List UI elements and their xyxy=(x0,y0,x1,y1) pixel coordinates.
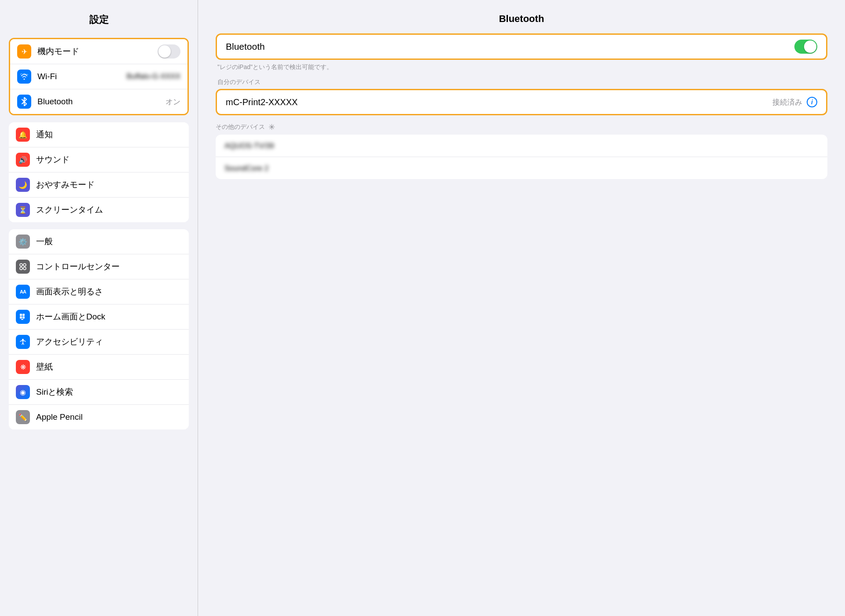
screentime-icon: ⏳ xyxy=(16,203,30,217)
controlcenter-icon xyxy=(16,260,30,274)
paired-device-name: mC-Print2-XXXXX xyxy=(226,97,772,107)
svg-rect-7 xyxy=(22,316,25,319)
sidebar-item-accessibility[interactable]: アクセシビリティ xyxy=(9,330,189,355)
sidebar-item-donotdisturb[interactable]: 🌙 おやすみモード xyxy=(9,172,189,198)
notifications-label: 通知 xyxy=(36,129,182,140)
controlcenter-label: コントロールセンター xyxy=(36,261,182,272)
wifi-value: Buffalo-G-XXXX xyxy=(126,72,180,81)
airplane-label: 機内モード xyxy=(37,46,158,57)
sidebar-item-notifications[interactable]: 🔔 通知 xyxy=(9,122,189,147)
applepencil-icon: ✏️ xyxy=(16,410,30,424)
airplane-toggle-knob xyxy=(158,45,171,58)
bluetooth-toggle[interactable] xyxy=(794,40,817,54)
paired-device-status: 接続済み xyxy=(772,97,802,107)
donotdisturb-icon: 🌙 xyxy=(16,178,30,192)
accessibility-icon xyxy=(16,335,30,349)
siri-label: Siriと検索 xyxy=(36,386,182,398)
sidebar: 設定 ✈ 機内モード Wi-Fi Buffalo-G-XXXX xyxy=(0,0,198,616)
content-title: Bluetooth xyxy=(216,13,827,25)
svg-rect-8 xyxy=(21,319,23,320)
content-area: Bluetooth Bluetooth "レジのiPad"という名前で検出可能で… xyxy=(198,0,845,616)
notifications-icon: 🔔 xyxy=(16,128,30,142)
sidebar-item-wallpaper[interactable]: ❋ 壁紙 xyxy=(9,355,189,380)
sidebar-item-homescreen[interactable]: ホーム画面とDock xyxy=(9,304,189,330)
applepencil-label: Apple Pencil xyxy=(36,412,182,422)
homescreen-icon xyxy=(16,310,30,324)
sidebar-title: 設定 xyxy=(9,13,189,26)
my-device-card[interactable]: mC-Print2-XXXXX 接続済み i xyxy=(216,89,827,115)
sidebar-item-bluetooth[interactable]: Bluetooth オン xyxy=(10,89,187,114)
sidebar-item-display[interactable]: AA 画面表示と明るさ xyxy=(9,279,189,304)
sidebar-item-sound[interactable]: 🔊 サウンド xyxy=(9,147,189,172)
info-icon-symbol: i xyxy=(811,99,813,106)
bluetooth-main-card: Bluetooth xyxy=(216,33,827,60)
other-devices-list: AQUOS-TV/39 SoundCore 2 xyxy=(216,135,827,179)
donotdisturb-label: おやすみモード xyxy=(36,179,182,191)
svg-rect-6 xyxy=(20,316,22,319)
wallpaper-label: 壁紙 xyxy=(36,361,182,373)
svg-point-2 xyxy=(20,267,22,270)
svg-rect-5 xyxy=(22,314,25,316)
general-label: 一般 xyxy=(36,236,182,247)
svg-point-1 xyxy=(23,264,26,266)
general-icon: ⚙️ xyxy=(16,235,30,249)
sidebar-item-general[interactable]: ⚙️ 一般 xyxy=(9,229,189,254)
bluetooth-toggle-knob xyxy=(804,40,816,53)
airplane-icon: ✈ xyxy=(17,44,31,59)
sidebar-item-airplane[interactable]: ✈ 機内モード xyxy=(10,39,187,64)
other-devices-label: その他のデバイス xyxy=(216,123,265,131)
sidebar-item-siri[interactable]: ◉ Siriと検索 xyxy=(9,380,189,405)
settings-group-connectivity: ✈ 機内モード Wi-Fi Buffalo-G-XXXX xyxy=(9,38,189,115)
wifi-icon xyxy=(17,70,31,84)
homescreen-label: ホーム画面とDock xyxy=(36,311,182,323)
settings-group-notifications: 🔔 通知 🔊 サウンド 🌙 おやすみモード ⏳ スクリーンタイム xyxy=(9,122,189,222)
settings-group-general: ⚙️ 一般 コントロールセンター AA 画面表示と明るさ xyxy=(9,229,189,429)
other-device-soundcore[interactable]: SoundCore 2 xyxy=(216,157,827,179)
svg-point-3 xyxy=(23,267,26,270)
other-devices-header: その他のデバイス ✳ xyxy=(216,122,827,132)
bluetooth-icon xyxy=(17,95,31,109)
accessibility-label: アクセシビリティ xyxy=(36,336,182,348)
sound-label: サウンド xyxy=(36,154,182,165)
other-device-aquos-name: AQUOS-TV/39 xyxy=(224,142,274,150)
sound-icon: 🔊 xyxy=(16,153,30,167)
bluetooth-label: Bluetooth xyxy=(37,97,165,106)
screentime-label: スクリーンタイム xyxy=(36,204,182,216)
wifi-label: Wi-Fi xyxy=(37,72,126,81)
svg-rect-4 xyxy=(20,314,22,316)
sidebar-item-wifi[interactable]: Wi-Fi Buffalo-G-XXXX xyxy=(10,64,187,89)
bluetooth-value: オン xyxy=(165,97,180,107)
svg-point-0 xyxy=(20,264,22,266)
sidebar-item-applepencil[interactable]: ✏️ Apple Pencil xyxy=(9,405,189,429)
sidebar-item-screentime[interactable]: ⏳ スクリーンタイム xyxy=(9,198,189,222)
discoverable-hint: "レジのiPad"という名前で検出可能です。 xyxy=(216,63,827,71)
device-info-button[interactable]: i xyxy=(807,97,817,107)
wallpaper-icon: ❋ xyxy=(16,360,30,374)
scanning-spinner: ✳ xyxy=(268,122,275,132)
display-icon: AA xyxy=(16,285,30,299)
siri-icon: ◉ xyxy=(16,385,30,399)
display-label: 画面表示と明るさ xyxy=(36,286,182,297)
other-device-aquos[interactable]: AQUOS-TV/39 xyxy=(216,135,827,157)
my-devices-label: 自分のデバイス xyxy=(216,78,827,86)
bluetooth-main-label: Bluetooth xyxy=(226,41,794,52)
airplane-toggle[interactable] xyxy=(158,44,180,59)
sidebar-item-controlcenter[interactable]: コントロールセンター xyxy=(9,254,189,279)
other-device-soundcore-name: SoundCore 2 xyxy=(224,164,268,172)
